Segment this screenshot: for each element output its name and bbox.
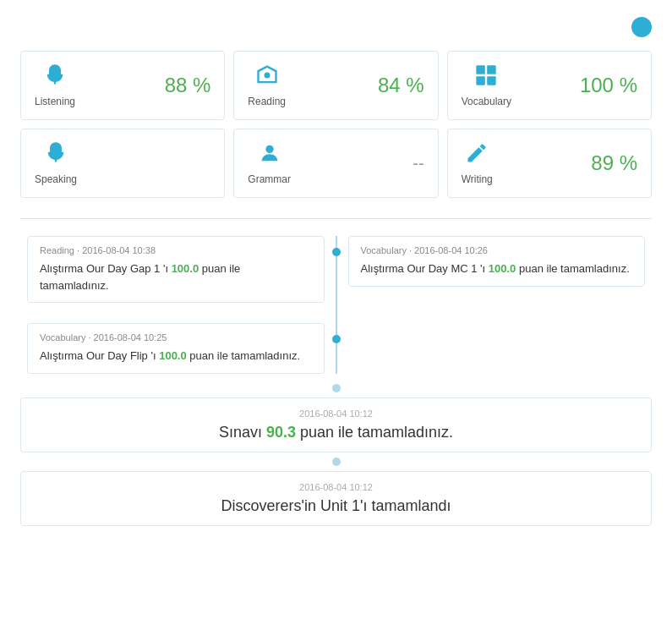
score-card-grammar: Grammar -- [233,129,438,198]
activity-right-1 [331,323,653,374]
score-board-header [20,17,652,37]
reading-label: Reading [248,96,286,107]
activity-text: Alıştırma Our Day Gap 1 'ı 100.0 puan il… [40,260,312,293]
exam-score: 90.3 [266,424,296,441]
writing-label: Writing [462,173,493,185]
activity-meta: Vocabulary · 2016-08-04 10:26 [361,245,633,255]
vocabulary-icon [474,63,498,90]
activity-right-0: Vocabulary · 2016-08-04 10:26 Alıştırma … [331,236,653,303]
score-card-speaking: Speaking [20,129,225,198]
grammar-label: Grammar [248,173,291,185]
score-card-writing: Writing 89 % [447,129,652,198]
score-card-left-vocabulary: Vocabulary [462,63,511,107]
activity-card: Vocabulary · 2016-08-04 10:25 Alıştırma … [27,323,325,374]
writing-icon [465,141,489,168]
listening-label: Listening [35,96,75,107]
reading-icon [255,63,279,90]
activity-meta: Reading · 2016-08-04 10:38 [40,245,312,255]
timeline: Reading · 2016-08-04 10:38 Alıştırma Our… [20,236,652,526]
grammar-value: -- [412,154,423,173]
score-card-reading: Reading 84 % [233,51,438,120]
score-grid: Listening 88 % Reading 84 % Vocabulary 1… [20,51,652,198]
writing-value: 89 % [591,151,637,175]
activity-card: Reading · 2016-08-04 10:38 Alıştırma Our… [27,236,325,303]
timeline-dot-connector [20,384,652,392]
grammar-icon [258,141,281,168]
timeline-dot [332,248,341,256]
timeline-dot [332,335,341,343]
reading-value: 84 % [378,74,424,97]
activity-left-0: Reading · 2016-08-04 10:38 Alıştırma Our… [20,236,331,303]
vocabulary-label: Vocabulary [462,96,511,107]
score-card-vocabulary: Vocabulary 100 % [447,51,652,120]
score-card-left-writing: Writing [462,141,493,185]
vocabulary-value: 100 % [580,74,637,97]
activity-two-col-section: Reading · 2016-08-04 10:38 Alıştırma Our… [20,236,652,374]
activity-text: Alıştırma Our Day MC 1 'ı 100.0 puan ile… [361,260,633,277]
score-card-left-reading: Reading [248,63,286,107]
speaking-label: Speaking [35,173,77,185]
activity-left-1: Vocabulary · 2016-08-04 10:25 Alıştırma … [20,323,331,374]
svg-rect-2 [477,76,486,85]
svg-rect-3 [488,76,497,85]
activity-row-0: Reading · 2016-08-04 10:38 Alıştırma Our… [20,236,652,303]
activity-row-1: Vocabulary · 2016-08-04 10:25 Alıştırma … [20,323,652,374]
activity-meta: Vocabulary · 2016-08-04 10:25 [40,332,312,343]
timeline-dot-connector [20,458,652,466]
highlight-score: 100.0 [489,262,516,275]
help-button[interactable] [631,17,652,37]
score-card-left-speaking: Speaking [35,141,77,185]
highlight-score: 100.0 [172,262,199,275]
svg-rect-0 [477,65,486,74]
activity-card: Vocabulary · 2016-08-04 10:26 Alıştırma … [348,236,646,287]
svg-rect-1 [488,65,497,74]
exam-date: 2016-08-04 10:12 [35,408,637,419]
divider [20,218,652,219]
exam-date: 2016-08-04 10:12 [35,482,637,492]
listening-value: 88 % [165,74,211,97]
listening-icon [43,63,67,90]
score-card-left-grammar: Grammar [248,141,291,185]
exam-text: Discoverers'in Unit 1'ı tamamlandı [35,497,637,515]
highlight-score: 100.0 [159,349,187,362]
speaking-icon [44,141,68,168]
exam-card-1: 2016-08-04 10:12 Discoverers'in Unit 1'ı… [20,471,652,526]
score-card-listening: Listening 88 % [20,51,225,120]
activity-text: Alıştırma Our Day Flip 'ı 100.0 puan ile… [40,348,312,365]
svg-point-4 [265,145,273,153]
exam-text: Sınavı 90.3 puan ile tamamladınız. [35,424,637,441]
score-card-left-listening: Listening [35,63,75,107]
exam-card-0: 2016-08-04 10:12 Sınavı 90.3 puan ile ta… [20,397,652,452]
